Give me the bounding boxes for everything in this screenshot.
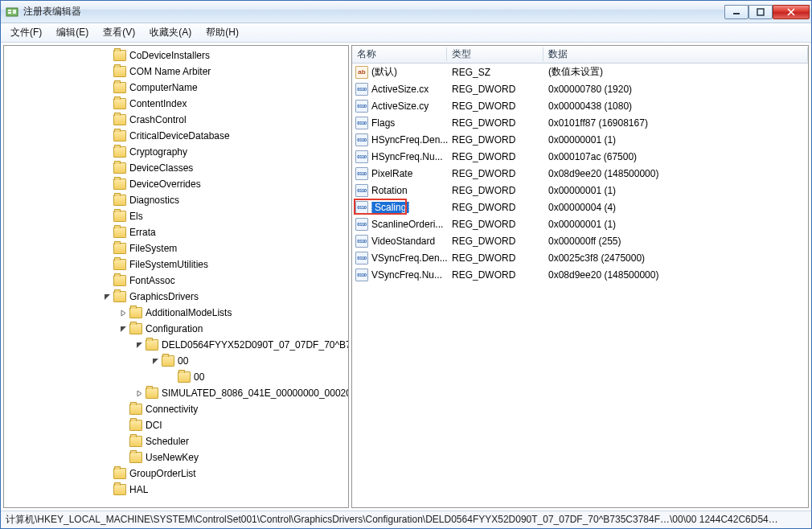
tree-node[interactable]: AdditionalModeLists [4, 305, 349, 321]
tree-node[interactable]: DeviceClasses [4, 160, 349, 176]
tree-node[interactable]: Configuration [4, 321, 349, 337]
svg-rect-2 [8, 12, 11, 14]
value-row[interactable]: 0110HSyncFreq.Den...REG_DWORD0x00000001 … [352, 131, 808, 148]
tree-pane[interactable]: CoDeviceInstallersCOM Name ArbiterComput… [3, 45, 349, 508]
tree-node[interactable]: 00 [4, 353, 349, 369]
tree-node[interactable]: FileSystemUtilities [4, 256, 349, 273]
tree-node[interactable]: Scheduler [4, 433, 349, 449]
list-header[interactable]: 名称 类型 数据 [352, 46, 808, 64]
value-name: VSyncFreq.Nu... [371, 269, 452, 281]
maximize-button[interactable] [748, 5, 773, 19]
tree-node[interactable]: FileSystem [4, 240, 349, 256]
value-type: REG_DWORD [452, 100, 548, 112]
folder-icon [129, 452, 142, 463]
expander-none [100, 483, 113, 496]
tree-node[interactable]: ContentIndex [4, 96, 349, 112]
value-row[interactable]: 0110RotationREG_DWORD0x00000001 (1) [352, 182, 808, 199]
value-data: 0x000107ac (67500) [548, 151, 808, 162]
value-row[interactable]: ab(默认)REG_SZ(数值未设置) [352, 64, 808, 80]
tree-node[interactable]: CriticalDeviceDatabase [4, 128, 349, 144]
svg-marker-8 [105, 294, 110, 300]
binary-value-icon: 0110 [355, 83, 368, 96]
values-pane[interactable]: 名称 类型 数据 ab(默认)REG_SZ(数值未设置)0110ActiveSi… [351, 45, 809, 508]
tree-node[interactable]: COM Name Arbiter [4, 64, 349, 80]
menu-edit[interactable]: 编辑(E) [50, 23, 95, 42]
tree-label: GroupOrderList [129, 468, 196, 479]
tree-node[interactable]: CrashControl [4, 112, 349, 128]
tree-node[interactable]: GraphicsDrivers [4, 289, 349, 305]
expander-closed-icon[interactable] [117, 306, 129, 319]
col-type[interactable]: 类型 [447, 47, 543, 61]
value-row[interactable]: 0110ScalingREG_DWORD0x00000004 (4) [352, 199, 808, 215]
value-data: (数值未设置) [548, 65, 808, 79]
folder-icon [113, 227, 126, 238]
binary-value-icon: 0110 [355, 100, 368, 113]
folder-icon [178, 371, 191, 383]
tree-node[interactable]: Connectivity [4, 401, 349, 417]
tree-node[interactable]: DELD0564FYYX52D090T_07_07DF_70^B7 [4, 337, 349, 353]
splitter: CoDeviceInstallersCOM Name ArbiterComput… [1, 43, 811, 511]
menu-favorites[interactable]: 收藏夹(A) [143, 23, 198, 42]
value-row[interactable]: 0110VideoStandardREG_DWORD0x000000ff (25… [352, 232, 808, 249]
value-type: REG_SZ [452, 67, 548, 78]
value-name: Scaling [371, 202, 452, 213]
value-data: 0x00000001 (1) [548, 219, 808, 230]
value-row[interactable]: 0110ActiveSize.cyREG_DWORD0x00000438 (10… [352, 97, 808, 114]
tree-node[interactable]: CoDeviceInstallers [4, 47, 349, 64]
tree-node[interactable]: SIMULATED_8086_041E_00000000_00020 [4, 385, 349, 401]
tree-node[interactable]: FontAssoc [4, 273, 349, 289]
expander-open-icon[interactable] [117, 322, 129, 335]
binary-value-icon: 0110 [355, 133, 368, 146]
tree-label: Els [129, 211, 143, 222]
value-data: 0x0101ff87 (16908167) [548, 117, 808, 129]
expander-none [100, 162, 113, 174]
value-row[interactable]: 0110ActiveSize.cxREG_DWORD0x00000780 (19… [352, 80, 808, 97]
value-row[interactable]: 0110HSyncFreq.Nu...REG_DWORD0x000107ac (… [352, 148, 808, 165]
tree-node[interactable]: Cryptography [4, 144, 349, 160]
folder-icon [113, 146, 126, 158]
value-type: REG_DWORD [452, 202, 548, 213]
tree-label: FileSystem [129, 243, 177, 254]
value-row[interactable]: 0110VSyncFreq.Den...REG_DWORD0x0025c3f8 … [352, 249, 808, 266]
tree-label: Cryptography [129, 146, 187, 158]
tree-node[interactable]: ComputerName [4, 80, 349, 96]
col-data[interactable]: 数据 [543, 47, 808, 61]
expander-none [100, 129, 113, 142]
close-button[interactable] [773, 5, 810, 19]
value-row[interactable]: 0110PixelRateREG_DWORD0x08d9ee20 (148500… [352, 165, 808, 182]
svg-marker-11 [137, 342, 142, 348]
value-data: 0x00000001 (1) [548, 134, 808, 146]
value-row[interactable]: 0110ScanlineOrderi...REG_DWORD0x00000001… [352, 215, 808, 232]
folder-icon [129, 307, 142, 318]
value-data: 0x0025c3f8 (2475000) [548, 252, 808, 264]
value-name: VideoStandard [371, 236, 452, 247]
tree-node[interactable]: HAL [4, 482, 349, 498]
folder-icon [113, 162, 126, 174]
menu-file[interactable]: 文件(F) [4, 23, 48, 42]
tree-label: CriticalDeviceDatabase [129, 130, 230, 141]
value-type: REG_DWORD [452, 252, 548, 264]
tree-node[interactable]: Errata [4, 224, 349, 240]
tree-node[interactable]: UseNewKey [4, 449, 349, 465]
expander-open-icon[interactable] [133, 338, 146, 351]
tree-node[interactable]: 00 [4, 369, 349, 385]
titlebar[interactable]: 注册表编辑器 [1, 1, 811, 23]
menu-help[interactable]: 帮助(H) [199, 23, 245, 42]
tree-node[interactable]: GroupOrderList [4, 465, 349, 482]
tree-node[interactable]: DeviceOverrides [4, 176, 349, 192]
tree-node[interactable]: Diagnostics [4, 192, 349, 208]
svg-marker-13 [137, 391, 141, 396]
minimize-button[interactable] [724, 5, 748, 19]
tree-label: ComputerName [129, 82, 198, 93]
tree-node[interactable]: Els [4, 208, 349, 224]
expander-closed-icon[interactable] [133, 387, 146, 400]
menu-view[interactable]: 查看(V) [96, 23, 141, 42]
expander-open-icon[interactable] [149, 355, 162, 367]
col-name[interactable]: 名称 [352, 47, 447, 61]
expander-none [100, 210, 113, 223]
expander-open-icon[interactable] [100, 290, 113, 303]
tree-node[interactable]: DCI [4, 417, 349, 433]
value-row[interactable]: 0110FlagsREG_DWORD0x0101ff87 (16908167) [352, 114, 808, 131]
value-row[interactable]: 0110VSyncFreq.Nu...REG_DWORD0x08d9ee20 (… [352, 266, 808, 283]
regedit-icon [6, 6, 18, 18]
